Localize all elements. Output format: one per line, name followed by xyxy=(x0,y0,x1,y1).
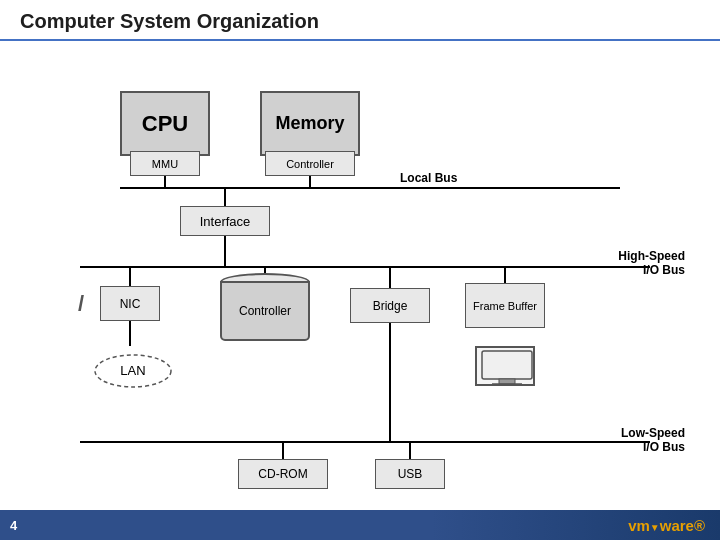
controller-bot-box: Controller xyxy=(220,281,310,341)
highspeed-bus-label: High-Speed I/O Bus xyxy=(618,249,685,277)
memory-box: Memory xyxy=(260,91,360,156)
bridge-box: Bridge xyxy=(350,288,430,323)
vmware-logo: vm▼ware® xyxy=(628,517,705,534)
svg-text:LAN: LAN xyxy=(120,363,145,378)
lowspeed-bus-line xyxy=(80,441,650,443)
lan-cloud: LAN xyxy=(88,346,178,391)
controller-top-box: Controller xyxy=(265,151,355,176)
framebuffer-box: Frame Buffer xyxy=(465,283,545,328)
local-bus-line xyxy=(120,187,620,189)
nic-bracket-icon: / xyxy=(78,291,84,317)
usb-box: USB xyxy=(375,459,445,489)
page-header: Computer System Organization xyxy=(0,0,720,41)
local-bus-label: Local Bus xyxy=(400,171,457,185)
cpu-box: CPU xyxy=(120,91,210,156)
monitor-icon xyxy=(475,346,535,386)
interface-box: Interface xyxy=(180,206,270,236)
main-content: CPU MMU Memory Controller Local Bus Inte… xyxy=(0,41,720,531)
diagram: CPU MMU Memory Controller Local Bus Inte… xyxy=(20,51,700,521)
page-title: Computer System Organization xyxy=(20,10,319,32)
nic-box: NIC xyxy=(100,286,160,321)
footer: 4 vm▼ware® xyxy=(0,510,720,540)
page-number: 4 xyxy=(10,518,17,533)
highspeed-bus-line xyxy=(80,266,650,268)
mmu-box: MMU xyxy=(130,151,200,176)
svg-rect-14 xyxy=(482,351,532,379)
cdrom-box: CD-ROM xyxy=(238,459,328,489)
lowspeed-bus-label: Low-Speed I/O Bus xyxy=(621,426,685,454)
